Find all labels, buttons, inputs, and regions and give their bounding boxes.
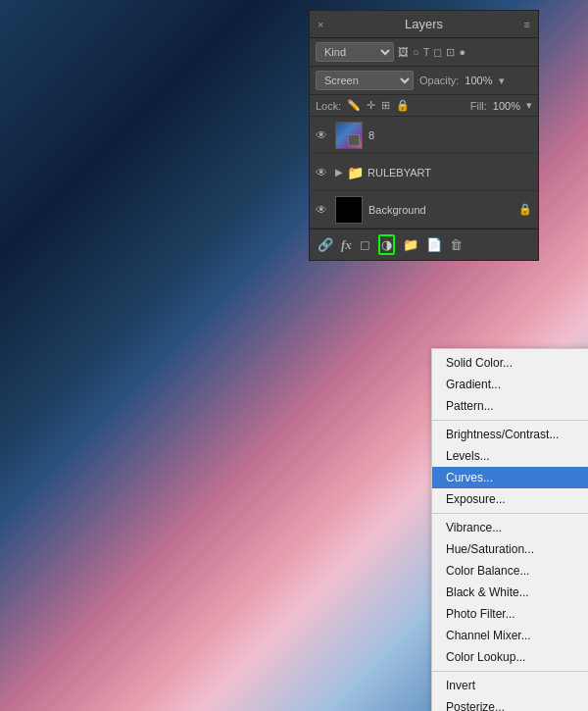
kind-select[interactable]: Kind (316, 42, 394, 62)
layer-thumbnail-background (335, 196, 363, 224)
menu-item-hue-saturation[interactable]: Hue/Saturation... (432, 538, 588, 560)
panel-menu-icon[interactable]: ≡ (524, 19, 530, 30)
fill-chevron[interactable]: ▾ (526, 99, 532, 112)
menu-item-solid-color[interactable]: Solid Color... (432, 352, 588, 374)
menu-item-brightness-contrast[interactable]: Brightness/Contrast... (432, 424, 588, 445)
layer-item-background[interactable]: 👁 Background 🔒 (310, 191, 538, 229)
filter-icons: 🖼 ○ T ◻ ⊡ ● (398, 46, 466, 59)
layer-item-rulebyart[interactable]: 👁 ▶ 📁 RULEBYART (310, 154, 538, 191)
blend-opacity-toolbar: Screen Opacity: 100% ▾ (310, 67, 538, 95)
layer-effects-icon[interactable]: fx (341, 237, 352, 253)
lock-draw-icon[interactable]: ✏️ (347, 99, 361, 112)
group-expand-icon[interactable]: ▶ (335, 167, 343, 178)
layer-item-8[interactable]: 👁 8 (310, 117, 538, 154)
menu-item-color-balance[interactable]: Color Balance... (432, 560, 588, 582)
blend-mode-select[interactable]: Screen (316, 71, 414, 90)
eye-icon-rulebyart[interactable]: 👁 (316, 166, 331, 179)
dot-icon: ● (459, 46, 466, 58)
menu-item-black-white[interactable]: Black & White... (432, 582, 588, 603)
adjustment-filter-icon[interactable]: ○ (413, 46, 419, 58)
image-filter-icon[interactable]: 🖼 (398, 46, 409, 58)
menu-item-pattern[interactable]: Pattern... (432, 395, 588, 417)
opacity-chevron[interactable]: ▾ (499, 75, 505, 87)
lock-all-icon[interactable]: 🔒 (396, 99, 410, 112)
lock-label: Lock: (316, 100, 341, 112)
new-layer-icon[interactable]: 📄 (426, 237, 442, 252)
layers-panel: × Layers ≡ Kind 🖼 ○ T ◻ ⊡ ● Screen Opaci… (309, 10, 539, 261)
eye-icon-background[interactable]: 👁 (316, 203, 331, 217)
menu-separator-3 (432, 671, 588, 672)
fill-value: 100% (493, 100, 520, 112)
menu-item-color-lookup[interactable]: Color Lookup... (432, 646, 588, 668)
layer-thumbnail-8 (335, 122, 363, 149)
text-filter-icon[interactable]: T (423, 46, 430, 58)
delete-layer-icon[interactable]: 🗑 (450, 237, 463, 252)
menu-item-exposure[interactable]: Exposure... (432, 488, 588, 510)
panel-title: Layers (323, 17, 523, 31)
lock-fill-toolbar: Lock: ✏️ ✛ ⊞ 🔒 Fill: 100% ▾ (310, 95, 538, 117)
new-adjustment-layer-icon[interactable]: ◑ (378, 234, 395, 255)
panel-bottom-toolbar: 🔗 fx ◻ ◑ 📁 📄 🗑 (310, 229, 538, 260)
layer-name-background: Background (368, 204, 518, 216)
opacity-value: 100% (465, 75, 492, 86)
kind-toolbar: Kind 🖼 ○ T ◻ ⊡ ● (310, 38, 538, 67)
layer-name-8: 8 (368, 129, 532, 141)
lock-move-icon[interactable]: ✛ (367, 99, 375, 112)
menu-separator-1 (432, 420, 588, 421)
smart-filter-icon[interactable]: ⊡ (446, 46, 455, 59)
new-group-icon[interactable]: 📁 (403, 237, 418, 252)
menu-item-posterize[interactable]: Posterize... (432, 696, 588, 711)
menu-item-photo-filter[interactable]: Photo Filter... (432, 603, 588, 625)
layer-list: 👁 8 👁 ▶ 📁 RULEBYART 👁 Background 🔒 (310, 117, 538, 229)
menu-item-gradient[interactable]: Gradient... (432, 374, 588, 395)
adjustment-layer-menu: Solid Color... Gradient... Pattern... Br… (431, 348, 588, 711)
link-layers-icon[interactable]: 🔗 (318, 237, 333, 252)
add-mask-icon[interactable]: ◻ (360, 237, 370, 252)
menu-item-vibrance[interactable]: Vibrance... (432, 517, 588, 538)
layer-locked-icon: 🔒 (518, 203, 532, 216)
eye-icon-8[interactable]: 👁 (316, 128, 331, 142)
menu-item-curves[interactable]: Curves... (432, 467, 588, 488)
menu-item-invert[interactable]: Invert (432, 675, 588, 696)
fill-label: Fill: (470, 100, 487, 112)
folder-icon-rulebyart: 📁 (347, 165, 364, 180)
menu-item-channel-mixer[interactable]: Channel Mixer... (432, 625, 588, 646)
layer-name-rulebyart: RULEBYART (368, 167, 532, 178)
panel-header: × Layers ≡ (310, 11, 538, 38)
menu-separator-2 (432, 513, 588, 514)
opacity-label: Opacity: (419, 75, 459, 86)
menu-item-levels[interactable]: Levels... (432, 445, 588, 467)
shape-filter-icon[interactable]: ◻ (433, 46, 442, 59)
lock-artboard-icon[interactable]: ⊞ (381, 99, 390, 112)
